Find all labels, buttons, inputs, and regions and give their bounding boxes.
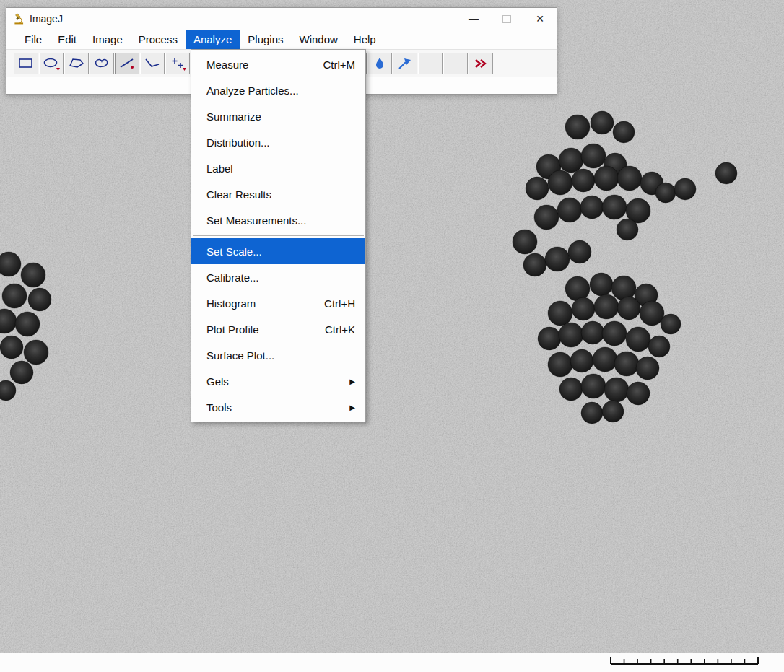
- tool-polygon-button[interactable]: [64, 53, 89, 74]
- menubar-item-plugins[interactable]: Plugins: [240, 30, 291, 49]
- menubar-item-help[interactable]: Help: [346, 30, 384, 49]
- nanoparticle: [590, 273, 613, 296]
- nanoparticle: [581, 402, 603, 424]
- screen: ImageJ — ✕ FileEditImageProcessAnalyzePl…: [0, 0, 784, 672]
- tool-angle-button[interactable]: [140, 53, 165, 74]
- menu-item-set-scale[interactable]: Set Scale...: [191, 238, 365, 264]
- tool-blank-17[interactable]: [443, 53, 468, 74]
- maximize-button[interactable]: [490, 8, 523, 30]
- menu-item-label: Label: [206, 162, 355, 175]
- tem-micrograph: [0, 0, 784, 672]
- nanoparticle: [545, 247, 570, 271]
- menu-item-label: Calibrate...: [206, 271, 355, 284]
- nanoparticle: [28, 288, 51, 311]
- nanoparticle: [0, 252, 21, 276]
- nanoparticle: [559, 148, 583, 173]
- menubar: FileEditImageProcessAnalyzePluginsWindow…: [6, 30, 557, 49]
- imagej-app-icon: [12, 12, 25, 25]
- nanoparticle: [572, 297, 595, 320]
- nanoparticle: [617, 166, 642, 191]
- scale-bar-ruler: [609, 655, 762, 668]
- submenu-arrow-icon: ▶: [349, 403, 355, 411]
- menu-item-label: Distribution...: [206, 136, 355, 149]
- menu-item-shortcut: Ctrl+M: [323, 58, 355, 71]
- tool-oval-button[interactable]: [39, 53, 64, 74]
- menubar-item-window[interactable]: Window: [292, 30, 346, 49]
- tool-line-button[interactable]: [115, 53, 139, 74]
- menu-item-distribution[interactable]: Distribution...: [191, 129, 365, 155]
- nanoparticle: [602, 195, 627, 219]
- nanoparticle: [581, 374, 606, 398]
- micrograph-footer: [0, 653, 784, 672]
- nanoparticle: [611, 276, 636, 300]
- menu-item-set-measurements[interactable]: Set Measurements...: [191, 207, 365, 233]
- menu-item-label: Measure: [206, 58, 310, 71]
- nanoparticle: [534, 205, 559, 230]
- nanoparticle: [594, 166, 619, 191]
- nanoparticle: [548, 352, 572, 377]
- tool-arrow-button[interactable]: [393, 53, 417, 74]
- menu-item-plot-profile[interactable]: Plot ProfileCtrl+K: [191, 316, 365, 342]
- nanoparticle: [565, 276, 590, 301]
- nanoparticle: [614, 352, 639, 376]
- nanoparticle: [557, 198, 582, 222]
- nanoparticle: [581, 144, 606, 168]
- nanoparticle: [523, 253, 546, 276]
- menu-item-surface-plot[interactable]: Surface Plot...: [191, 342, 365, 368]
- nanoparticle: [604, 378, 629, 402]
- nanoparticle: [526, 177, 549, 200]
- menu-item-analyze-particles[interactable]: Analyze Particles...: [191, 77, 365, 103]
- menu-item-gels[interactable]: Gels▶: [191, 368, 365, 394]
- nanoparticle: [559, 323, 583, 347]
- minimize-button[interactable]: —: [457, 8, 490, 30]
- menu-item-shortcut: Ctrl+K: [325, 323, 355, 336]
- nanoparticle: [513, 230, 537, 254]
- nanoparticle: [580, 196, 604, 219]
- nanoparticle: [581, 321, 604, 344]
- menu-item-clear-results[interactable]: Clear Results: [191, 181, 365, 207]
- tool-rectangle-button[interactable]: [14, 53, 38, 74]
- menu-item-label: Summarize: [206, 110, 355, 123]
- menu-item-label[interactable]: Label: [191, 155, 365, 181]
- menu-item-label: Clear Results: [206, 188, 355, 201]
- nanoparticle: [593, 347, 617, 372]
- titlebar[interactable]: ImageJ — ✕: [6, 8, 557, 30]
- menubar-item-analyze[interactable]: Analyze: [186, 30, 240, 49]
- submenu-arrow-icon: ▶: [349, 378, 355, 385]
- menu-item-label: Plot Profile: [206, 323, 312, 336]
- menubar-item-file[interactable]: File: [17, 30, 50, 49]
- window-controls: — ✕: [457, 8, 557, 30]
- nanoparticle: [572, 169, 595, 192]
- nanoparticle: [661, 314, 681, 334]
- menubar-item-process[interactable]: Process: [131, 30, 186, 49]
- nanoparticle: [626, 327, 650, 352]
- nanoparticle: [613, 121, 635, 143]
- analyze-dropdown-menu: MeasureCtrl+MAnalyze Particles...Summari…: [191, 49, 366, 422]
- nanoparticle: [538, 327, 561, 350]
- tool-blank-16[interactable]: [418, 53, 443, 74]
- tool-fill-button[interactable]: [367, 53, 392, 74]
- nanoparticle: [715, 162, 737, 184]
- nanoparticle: [627, 382, 650, 405]
- menu-item-histogram[interactable]: HistogramCtrl+H: [191, 290, 365, 316]
- close-button[interactable]: ✕: [523, 8, 557, 30]
- tool-more-button[interactable]: [469, 53, 493, 74]
- nanoparticle: [570, 349, 593, 372]
- menu-item-shortcut: Ctrl+H: [324, 297, 355, 310]
- tool-freehand-button[interactable]: [90, 53, 114, 74]
- tool-point-button[interactable]: [165, 53, 190, 74]
- menu-item-calibrate[interactable]: Calibrate...: [191, 264, 365, 290]
- nanoparticle: [2, 284, 27, 308]
- menubar-item-image[interactable]: Image: [84, 30, 131, 49]
- nanoparticle: [674, 178, 696, 200]
- menu-item-label: Gels: [206, 375, 336, 388]
- maximize-icon: [502, 15, 511, 23]
- menu-item-label: Tools: [206, 401, 336, 414]
- menu-item-measure[interactable]: MeasureCtrl+M: [191, 51, 365, 77]
- menu-item-tools[interactable]: Tools▶: [191, 394, 365, 420]
- menubar-item-edit[interactable]: Edit: [50, 30, 84, 49]
- menu-item-label: Set Scale...: [206, 245, 355, 258]
- menu-item-label: Histogram: [206, 297, 311, 310]
- nanoparticle: [0, 336, 23, 359]
- menu-item-summarize[interactable]: Summarize: [191, 103, 365, 129]
